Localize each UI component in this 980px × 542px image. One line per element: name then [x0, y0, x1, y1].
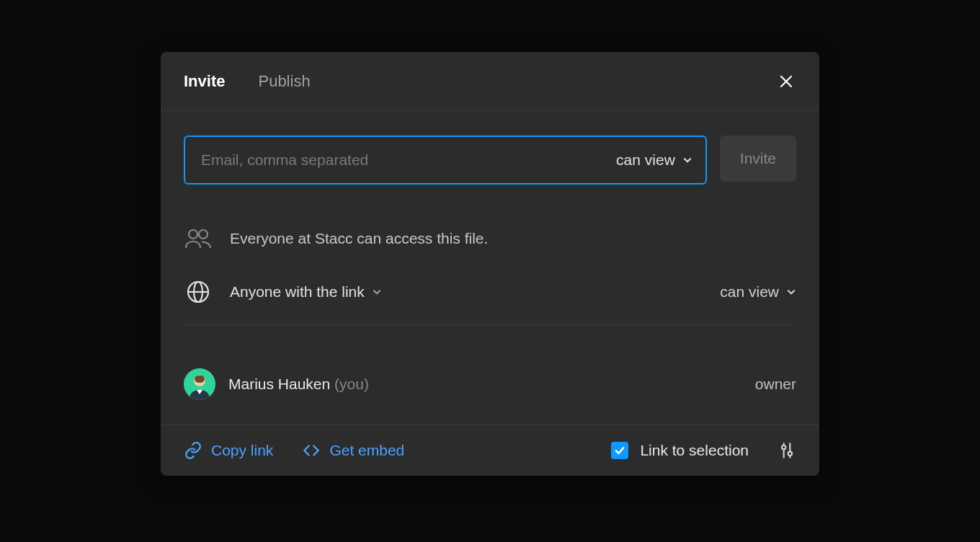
- dialog-header: Invite Publish: [161, 52, 819, 111]
- close-button[interactable]: [776, 71, 796, 92]
- sliders-icon: [778, 441, 796, 460]
- svg-point-12: [788, 452, 792, 456]
- globe-icon: [184, 280, 213, 304]
- tab-list: Invite Publish: [184, 72, 311, 91]
- code-icon: [302, 441, 321, 460]
- user-role: owner: [755, 376, 796, 393]
- access-link-row: Anyone with the link can view: [184, 265, 796, 319]
- settings-button[interactable]: [778, 441, 796, 460]
- svg-point-2: [189, 230, 197, 239]
- chevron-down-icon: [786, 287, 796, 297]
- invite-button[interactable]: Invite: [720, 136, 796, 182]
- link-icon: [184, 441, 202, 460]
- user-name-text: Marius Hauken: [228, 376, 330, 392]
- access-link-dropdown[interactable]: Anyone with the link: [230, 283, 703, 301]
- user-row: Marius Hauken (you) owner: [161, 347, 819, 425]
- access-link-label: Anyone with the link: [230, 283, 365, 301]
- access-list: Everyone at Stacc can access this file. …: [161, 199, 819, 347]
- link-to-selection-label: Link to selection: [640, 442, 749, 459]
- svg-point-3: [199, 230, 208, 239]
- chevron-down-icon: [372, 287, 382, 297]
- people-icon: [184, 226, 213, 251]
- get-embed-label: Get embed: [329, 442, 404, 459]
- link-permission-dropdown[interactable]: can view: [720, 283, 796, 301]
- invite-row: can view Invite: [184, 136, 796, 185]
- copy-link-button[interactable]: Copy link: [184, 441, 273, 460]
- divider: [184, 324, 796, 325]
- get-embed-button[interactable]: Get embed: [302, 441, 404, 460]
- link-to-selection-toggle[interactable]: Link to selection: [611, 442, 749, 459]
- email-input-wrapper: can view: [184, 136, 707, 185]
- permission-dropdown[interactable]: can view: [616, 151, 692, 169]
- user-name: Marius Hauken (you): [228, 376, 742, 393]
- dialog-footer: Copy link Get embed Link to selection: [161, 425, 819, 476]
- close-icon: [778, 73, 795, 90]
- link-permission-label: can view: [720, 283, 779, 301]
- tab-invite[interactable]: Invite: [184, 72, 225, 91]
- svg-point-10: [782, 445, 785, 449]
- copy-link-label: Copy link: [211, 442, 273, 459]
- permission-label: can view: [616, 151, 675, 169]
- share-dialog: Invite Publish can view Invite: [161, 52, 819, 476]
- invite-section: can view Invite: [161, 111, 819, 199]
- access-org-label: Everyone at Stacc can access this file.: [230, 230, 796, 247]
- avatar: [184, 368, 215, 400]
- email-input[interactable]: [201, 151, 616, 169]
- user-you-text: (you): [334, 376, 369, 392]
- chevron-down-icon: [682, 155, 692, 165]
- check-icon: [614, 445, 625, 456]
- access-org-row: Everyone at Stacc can access this file.: [184, 212, 796, 265]
- tab-publish[interactable]: Publish: [258, 72, 310, 91]
- checkbox-checked: [611, 442, 628, 459]
